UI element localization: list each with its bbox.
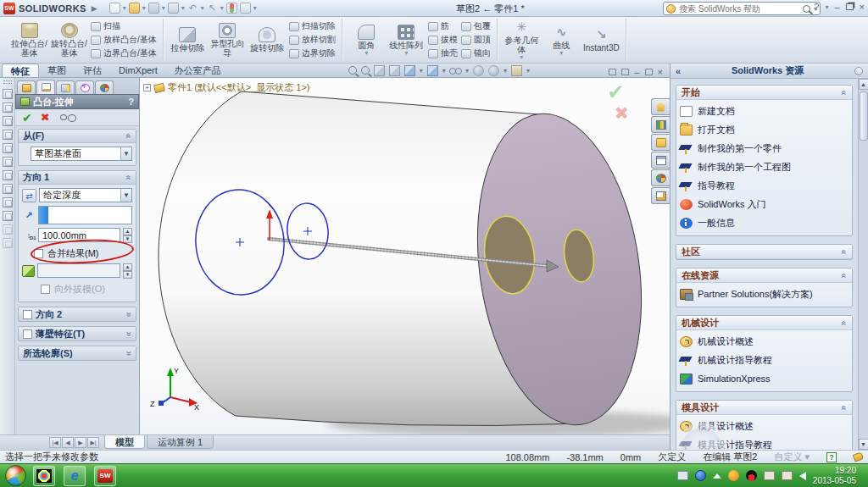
open-document-icon[interactable] — [129, 3, 140, 14]
rib-button[interactable]: 筋 — [428, 20, 458, 33]
chevron-down-icon[interactable]: « — [125, 351, 134, 356]
configuration-manager-tab[interactable] — [56, 80, 75, 94]
zoom-fit-icon[interactable] — [348, 66, 357, 75]
feature-tree-tab[interactable] — [17, 80, 36, 94]
dropdown-caret[interactable]: ▾ — [201, 4, 204, 12]
boundary-cut-button[interactable]: 边界切除 — [289, 47, 336, 60]
extruded-cut-button[interactable]: 拉伸切除 — [168, 19, 208, 61]
view-cube-button[interactable] — [3, 116, 13, 126]
tray-document-icon[interactable] — [764, 471, 775, 480]
view-cube-button[interactable] — [3, 157, 13, 167]
chevron-up-icon[interactable]: « — [840, 320, 849, 325]
taskpane-link[interactable]: Partner Solutions(解决方案) — [680, 285, 849, 303]
direction1-section-header[interactable]: 方向 1 « — [19, 171, 136, 185]
linear-pattern-button[interactable]: 线性阵列 ▾ — [387, 19, 426, 61]
view-palette-tab[interactable] — [651, 152, 670, 169]
restore-button[interactable] — [846, 3, 854, 10]
tab-features[interactable]: 特征 — [2, 64, 39, 77]
lofted-boss-button[interactable]: 放样凸台/基体 — [91, 34, 157, 47]
doc-close-button[interactable]: × — [658, 67, 663, 77]
section-header[interactable]: 在线资源 « — [676, 268, 852, 283]
taskpane-link[interactable]: 制作我的第一个工程图 — [680, 158, 849, 176]
model-tab[interactable]: 模型 — [104, 435, 145, 449]
qq-icon[interactable] — [746, 470, 757, 481]
graphics-viewport[interactable]: + 零件1 (默认<<默认>_显示状态 1>) ✔ ✖ — [140, 78, 670, 434]
view-cube-button[interactable] — [3, 143, 13, 153]
taskpane-link[interactable]: 打开文档 — [680, 120, 849, 139]
merge-result-checkbox[interactable] — [34, 249, 43, 258]
corner-ok-icon[interactable]: ✔ — [602, 83, 629, 102]
dropdown-caret[interactable]: ▾ — [181, 4, 185, 12]
direction2-section-header[interactable]: 方向 2 « — [19, 307, 136, 321]
messenger-icon[interactable] — [728, 470, 739, 481]
prev-tab-button[interactable]: ◀ — [62, 437, 74, 448]
appearances-tab[interactable] — [651, 169, 670, 186]
dropdown-caret[interactable]: ▾ — [142, 4, 146, 12]
direction2-checkbox[interactable] — [23, 310, 32, 319]
view-orientation-icon[interactable] — [404, 65, 415, 76]
normal-to-button[interactable] — [3, 197, 13, 208]
depth-spinner[interactable]: ▲▼ — [123, 228, 132, 242]
chevron-down-icon[interactable]: « — [125, 331, 134, 336]
undo-icon[interactable]: ↶ — [187, 3, 198, 14]
fillet-button[interactable]: 圆角 ▾ — [347, 19, 387, 61]
dropdown-caret[interactable]: ▾ — [526, 67, 530, 75]
dropdown-caret[interactable]: ▾ — [364, 51, 368, 56]
spin-up-icon[interactable]: ▲ — [123, 228, 132, 235]
scroll-down-icon[interactable]: ▼ — [859, 439, 868, 450]
hide-show-items-icon[interactable] — [450, 65, 461, 76]
doc-window-icon[interactable] — [609, 69, 616, 75]
view-cube-button[interactable] — [3, 130, 13, 140]
view-tool-button[interactable] — [3, 238, 13, 248]
options-icon[interactable] — [240, 3, 251, 14]
chevron-up-icon[interactable]: « — [840, 405, 849, 410]
spin-down-icon[interactable]: ▼ — [123, 235, 132, 243]
dropdown-caret[interactable]: ▾ — [504, 67, 507, 75]
dome-button[interactable]: 圆顶 — [461, 34, 491, 47]
show-hidden-icons[interactable] — [713, 473, 721, 479]
task-pane-scrollbar[interactable]: ▲ ▼ — [858, 79, 868, 450]
quick-tips-icon[interactable]: ? — [826, 452, 837, 462]
apply-scene-icon[interactable] — [488, 65, 499, 76]
tab-dimxpert[interactable]: DimXpert — [110, 64, 166, 77]
scroll-thumb[interactable] — [860, 91, 868, 141]
reverse-direction-button[interactable]: ⇄ — [22, 189, 36, 202]
doc-restore-button[interactable] — [645, 69, 653, 75]
custom-status[interactable]: 自定义 ▾ — [774, 451, 810, 463]
help-tray-icon[interactable] — [695, 470, 706, 481]
media-app-button[interactable] — [33, 466, 55, 486]
search-icon[interactable] — [803, 5, 810, 13]
search-input[interactable] — [679, 4, 799, 14]
dropdown-caret[interactable]: ▾ — [559, 51, 563, 56]
view-tool-button[interactable] — [3, 211, 13, 221]
panel-help-button[interactable]: ? — [128, 97, 134, 107]
dropdown-caret[interactable]: ▾ — [520, 55, 523, 60]
revolved-boss-button[interactable]: 旋转凸台/基体 — [49, 19, 89, 61]
swept-boss-button[interactable]: 扫描 — [91, 20, 157, 33]
swept-cut-button[interactable]: 扫描切除 — [289, 20, 336, 33]
start-condition-dropdown[interactable]: 草图基准面 ▼ — [31, 147, 132, 161]
shell-button[interactable]: 抽壳 — [428, 47, 458, 60]
solidworks-resources-tab[interactable] — [651, 98, 670, 115]
tray-clipboard-icon[interactable] — [782, 471, 793, 480]
chevron-up-icon[interactable]: « — [840, 273, 849, 278]
taskpane-link[interactable]: 机械设计指导教程 — [680, 351, 849, 369]
taskpane-link[interactable]: 一般信息 — [680, 213, 849, 232]
view-settings-icon[interactable] — [511, 65, 522, 76]
taskpane-link[interactable]: 指导教程 — [680, 176, 849, 195]
spin-up-icon[interactable]: ▲ — [123, 263, 132, 271]
spin-down-icon[interactable]: ▼ — [123, 271, 132, 279]
next-tab-button[interactable]: ▶ — [75, 437, 86, 448]
input-method-icon[interactable] — [677, 471, 688, 480]
taskpane-link[interactable]: SolidWorks 入门 — [680, 195, 849, 213]
from-section-header[interactable]: 从(F) « — [19, 130, 136, 143]
volume-icon[interactable] — [799, 472, 806, 480]
sketch-view-button[interactable] — [3, 184, 13, 194]
reference-geometry-button[interactable]: ✳ 参考几何体 ▾ — [502, 19, 542, 61]
dropdown-caret[interactable]: ▾ — [162, 4, 165, 12]
help-button[interactable]: ? — [814, 2, 819, 12]
last-tab-button[interactable]: ▶| — [87, 437, 99, 448]
thin-feature-section-header[interactable]: 薄壁特征(T) « — [19, 327, 136, 340]
rebuild-icon[interactable] — [226, 3, 237, 14]
view-tool-button[interactable] — [3, 224, 13, 235]
